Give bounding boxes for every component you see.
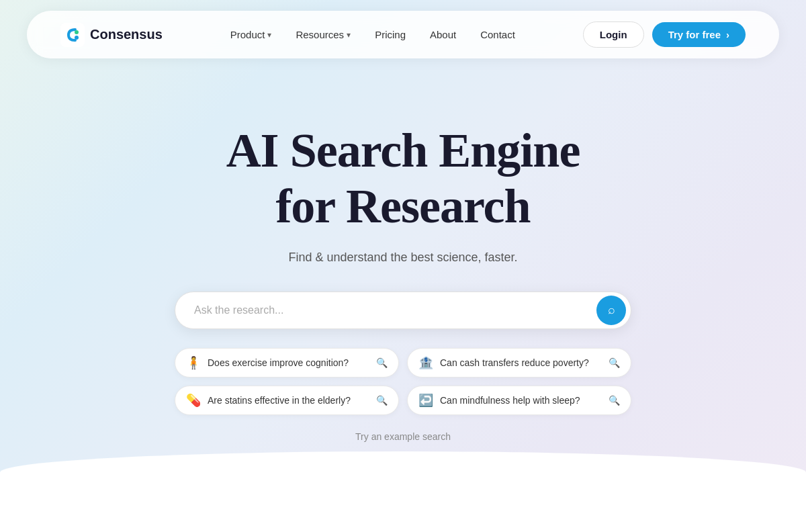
statins-icon: 💊 [186,393,201,408]
brand-name: Consensus [90,27,163,42]
search-container: ⌕ [175,292,631,329]
example-pill-1[interactable]: 🧍 Does exercise improve cognition? 🔍 [175,348,399,378]
login-button[interactable]: Login [583,21,644,48]
nav-item-about[interactable]: About [419,24,467,46]
nav-item-resources[interactable]: Resources ▾ [285,24,361,46]
search-icon: 🔍 [609,357,620,368]
example-pill-3[interactable]: 💊 Are statins effective in the elderly? … [175,386,399,415]
hero-title: AI Search Engine for Research [226,123,580,234]
arrow-right-icon: › [726,29,729,40]
example-pills: 🧍 Does exercise improve cognition? 🔍 🏦 C… [175,348,631,415]
svg-rect-0 [60,23,85,47]
svg-point-2 [75,36,79,40]
example-pill-4[interactable]: ↩️ Can mindfulness help with sleep? 🔍 [407,386,631,415]
svg-point-1 [75,30,79,34]
exercise-icon: 🧍 [186,355,201,370]
try-example-link[interactable]: Try an example search [355,431,451,442]
cash-icon: 🏦 [418,355,433,370]
nav-links: Product ▾ Resources ▾ Pricing About Cont… [220,24,526,46]
hero-subtitle: Find & understand the best science, fast… [288,251,517,265]
search-button[interactable]: ⌕ [596,296,626,325]
chevron-down-icon: ▾ [267,30,271,40]
chevron-down-icon: ▾ [347,30,351,40]
nav-item-pricing[interactable]: Pricing [364,24,416,46]
try-for-free-button[interactable]: Try for free › [652,22,746,47]
logo-icon [60,23,85,47]
mindfulness-icon: ↩️ [418,393,433,408]
logo[interactable]: Consensus [60,23,163,47]
nav-actions: Login Try for free › [583,21,746,48]
search-icon: 🔍 [376,357,388,368]
example-pill-2[interactable]: 🏦 Can cash transfers reduce poverty? 🔍 [407,348,631,378]
nav-item-contact[interactable]: Contact [469,24,526,46]
hero-section: AI Search Engine for Research Find & und… [0,69,806,469]
search-input[interactable] [175,292,631,329]
nav-item-product[interactable]: Product ▾ [220,24,283,46]
search-icon: 🔍 [376,395,388,406]
search-icon: ⌕ [608,303,615,317]
navbar: Consensus Product ▾ Resources ▾ Pricing … [27,11,779,58]
search-icon: 🔍 [609,395,620,406]
